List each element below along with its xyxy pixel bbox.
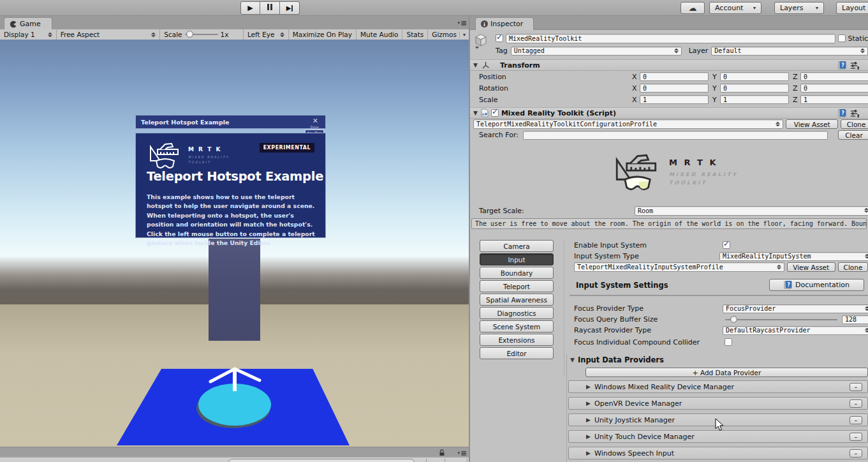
nav-button[interactable]: Camera: [480, 240, 554, 252]
view-asset-button[interactable]: View Asset: [786, 119, 838, 129]
transform-header[interactable]: ▼ Transform ?: [470, 59, 868, 71]
dialog-body: M R T K MIXED REALITY TOOLKIT EXPERIMENT…: [135, 133, 326, 238]
help-book-icon[interactable]: ?: [838, 109, 846, 117]
account-dropdown[interactable]: Account ▾: [709, 2, 761, 14]
step-button[interactable]: ▶: [280, 1, 300, 15]
foldout-closed-icon[interactable]: ▶: [586, 417, 591, 423]
providers-header[interactable]: ▼ Input Data Providers: [568, 355, 868, 365]
value-x-field[interactable]: 1: [640, 95, 709, 104]
game-tab-label: Game: [20, 20, 41, 28]
dropdown-arrows-icon: [865, 328, 868, 332]
stats-toggle[interactable]: Stats: [402, 29, 428, 40]
nav-button[interactable]: Diagnostics: [480, 307, 554, 319]
raycast-provider-dropdown[interactable]: DefaultRaycastProvider: [723, 326, 868, 335]
provider-row[interactable]: ▶ Unity Touch Device Manager -: [568, 430, 868, 443]
nav-button[interactable]: Input: [480, 253, 554, 265]
target-scale-dropdown[interactable]: Room: [635, 206, 868, 216]
enable-input-checkbox[interactable]: ✓: [723, 241, 730, 249]
remove-provider-button[interactable]: -: [850, 433, 862, 441]
pillar: [209, 239, 260, 341]
remove-provider-button[interactable]: -: [850, 416, 862, 424]
script-header[interactable]: ▼ c# ✓ Mixed Reality Toolkit (Script) ?: [470, 107, 868, 119]
clone-button[interactable]: Clone: [841, 119, 868, 129]
eye-dropdown[interactable]: Left Eye: [244, 29, 289, 40]
buffer-size-field[interactable]: 128: [842, 315, 868, 324]
play-button[interactable]: ▶: [240, 1, 260, 15]
tab-game[interactable]: Game: [4, 17, 52, 30]
preset-icon[interactable]: [850, 61, 859, 70]
view-asset-button[interactable]: View Asset: [787, 262, 835, 272]
nav-button[interactable]: Teleport: [480, 280, 554, 292]
play-icon: ▶: [247, 4, 253, 12]
nav-button[interactable]: Spatial Awareness: [480, 294, 554, 306]
nav-button[interactable]: Extensions: [480, 334, 554, 346]
scale-slider[interactable]: [185, 34, 218, 35]
game-viewport[interactable]: Teleport Hotspot Example ✕ Done Key 'Esc…: [0, 40, 469, 447]
cloud-collab-button[interactable]: ☁: [680, 2, 705, 14]
toolkit-profile-dropdown[interactable]: TeleportMixedRealityToolkitConfiguration…: [473, 119, 783, 129]
input-profile-dropdown[interactable]: TeleportMixedRealityInputSystemProfile: [574, 262, 784, 272]
nav-button[interactable]: Boundary: [480, 267, 554, 279]
foldout-icon[interactable]: ▼: [570, 357, 575, 363]
cloud-icon: ☁: [689, 3, 697, 13]
foldout-closed-icon[interactable]: ▶: [586, 450, 591, 456]
clone-button[interactable]: Clone: [838, 262, 868, 272]
input-type-dropdown[interactable]: MixedRealityInputSystem: [719, 252, 868, 261]
remove-provider-button[interactable]: -: [850, 399, 862, 408]
preset-icon[interactable]: [850, 109, 859, 117]
nav-button[interactable]: Editor: [480, 347, 554, 359]
value-y-field[interactable]: 0: [720, 72, 789, 81]
clear-button[interactable]: Clear: [838, 130, 868, 140]
mute-audio-toggle[interactable]: Mute Audio: [357, 29, 402, 40]
maximize-on-play-toggle[interactable]: Maximize On Play: [289, 29, 357, 40]
mrtk-logo-sub2: TOOLKIT: [188, 160, 229, 164]
tab-inspector[interactable]: i Inspector: [475, 17, 534, 30]
value-z-field[interactable]: 1: [800, 95, 868, 104]
pause-button[interactable]: [260, 1, 280, 15]
help-book-icon[interactable]: ?: [838, 61, 846, 70]
active-checkbox[interactable]: ✓: [496, 34, 503, 42]
documentation-button[interactable]: ? Documentation: [769, 279, 864, 291]
foldout-closed-icon[interactable]: ▶: [586, 433, 591, 440]
layers-dropdown[interactable]: Layers ▾: [774, 2, 824, 14]
layer-dropdown[interactable]: Default: [711, 47, 868, 56]
tag-dropdown[interactable]: Untagged: [511, 47, 682, 56]
value-z-field[interactable]: 0: [800, 84, 868, 93]
remove-provider-button[interactable]: -: [850, 383, 862, 391]
provider-row[interactable]: ▶ OpenVR Device Manager -: [568, 397, 868, 410]
foldout-icon[interactable]: ▼: [473, 62, 478, 68]
mini-button[interactable]: [449, 459, 467, 462]
value-y-field[interactable]: 1: [720, 95, 789, 104]
value-x-field[interactable]: 0: [640, 72, 709, 81]
provider-row[interactable]: ▶ Windows Mixed Reality Device Manager -: [568, 380, 868, 393]
cube-icon[interactable]: [474, 34, 488, 49]
focus-provider-dropdown[interactable]: FocusProvider: [723, 304, 868, 313]
value-y-field[interactable]: 0: [720, 84, 789, 93]
foldout-closed-icon[interactable]: ▶: [586, 384, 591, 390]
value-z-field[interactable]: 0: [800, 72, 868, 81]
lock-icon[interactable]: [439, 449, 445, 456]
foldout-closed-icon[interactable]: ▶: [586, 400, 591, 406]
layout-dropdown[interactable]: Layout: [836, 2, 868, 14]
display-dropdown[interactable]: Display 1: [0, 29, 57, 40]
remove-provider-button[interactable]: -: [850, 449, 862, 458]
provider-row[interactable]: ▶ Windows Speech Input -: [568, 447, 868, 459]
close-icon[interactable]: ✕: [313, 117, 318, 125]
panel-menu-icon[interactable]: ▾≡: [457, 19, 466, 27]
static-checkbox[interactable]: ✓: [838, 34, 846, 42]
aspect-dropdown[interactable]: Free Aspect: [57, 29, 161, 40]
inspector-tabstrip: i Inspector: [470, 16, 868, 30]
panel-menu-icon[interactable]: ▾≡: [457, 449, 466, 458]
mini-button[interactable]: [426, 459, 445, 462]
buffer-size-slider[interactable]: [725, 319, 837, 320]
foldout-icon[interactable]: ▼: [473, 110, 478, 116]
gizmos-dropdown[interactable]: Gizmos ▾: [428, 29, 469, 40]
compound-collider-checkbox[interactable]: ✓: [725, 338, 732, 346]
value-x-field[interactable]: 0: [640, 84, 709, 93]
nav-button[interactable]: Scene System: [480, 320, 554, 332]
script-enabled-checkbox[interactable]: ✓: [491, 109, 499, 117]
search-input[interactable]: [228, 459, 415, 462]
add-data-provider-button[interactable]: + Add Data Provider: [585, 368, 868, 377]
search-for-input[interactable]: [523, 131, 828, 140]
gameobject-name-field[interactable]: MixedRealityToolkit: [506, 34, 835, 43]
